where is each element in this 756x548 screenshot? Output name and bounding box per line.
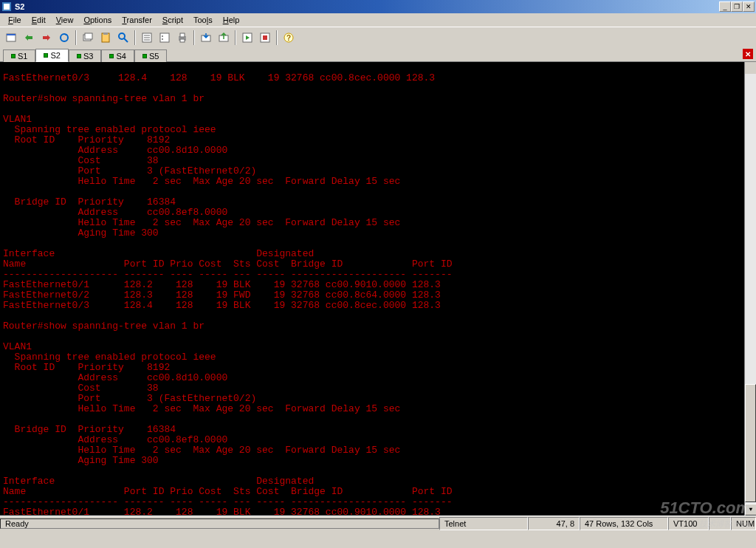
terminal-line: Root ID Priority 8192 bbox=[3, 362, 170, 373]
terminal-line: Router#show spanning-tree vlan 1 br bbox=[3, 321, 205, 332]
status-cursor: 47, 8 bbox=[528, 517, 580, 530]
minimize-button[interactable]: _ bbox=[719, 1, 731, 12]
terminal-line: FastEthernet0/3 128.4 128 19 BLK 19 3276… bbox=[3, 300, 441, 311]
terminal-line: Address cc00.8ef8.0000 bbox=[3, 207, 227, 218]
svg-rect-8 bbox=[103, 32, 108, 35]
terminal-line: Bridge ID Priority 16384 bbox=[3, 424, 176, 435]
scroll-down-icon[interactable]: ▼ bbox=[745, 504, 756, 516]
menu-help[interactable]: Help bbox=[218, 15, 245, 25]
svg-point-9 bbox=[119, 33, 125, 39]
terminal-line: Address cc00.8d10.0000 bbox=[3, 145, 227, 156]
terminal-line: FastEthernet0/1 128.2 128 19 BLK 19 3276… bbox=[3, 279, 441, 290]
terminal-line: -------------------- ------- ---- ----- … bbox=[3, 496, 453, 507]
svg-text:?: ? bbox=[286, 34, 291, 42]
svg-rect-6 bbox=[85, 33, 92, 39]
svg-rect-3 bbox=[7, 34, 16, 35]
svg-rect-20 bbox=[180, 39, 185, 42]
menu-script[interactable]: Script bbox=[157, 15, 188, 25]
new-session-icon[interactable] bbox=[3, 30, 19, 46]
menu-edit[interactable]: Edit bbox=[27, 15, 51, 25]
terminal-line: Hello Time 2 sec Max Age 20 sec Forward … bbox=[3, 445, 400, 456]
toolbar-separator bbox=[235, 30, 236, 45]
properties-icon[interactable] bbox=[139, 30, 155, 46]
script-stop-icon[interactable] bbox=[257, 30, 273, 46]
svg-rect-25 bbox=[263, 35, 267, 40]
status-dot-icon bbox=[109, 54, 114, 58]
tab-s4[interactable]: S4 bbox=[101, 49, 134, 62]
options-icon[interactable] bbox=[157, 30, 173, 46]
svg-line-10 bbox=[124, 38, 128, 42]
connect-icon[interactable] bbox=[21, 30, 37, 46]
terminal-line: FastEthernet0/1 128.2 128 19 BLK 19 3276… bbox=[3, 507, 441, 516]
tab-s2[interactable]: S2 bbox=[35, 49, 68, 62]
status-caps bbox=[709, 517, 731, 530]
scrollbar[interactable]: ▲ ▼ bbox=[744, 62, 756, 516]
status-ready: Ready bbox=[0, 518, 439, 529]
terminal-line: Hello Time 2 sec Max Age 20 sec Forward … bbox=[3, 176, 400, 187]
scroll-thumb[interactable] bbox=[745, 384, 756, 502]
terminal-line: Root ID Priority 8192 bbox=[3, 134, 170, 145]
terminal-line: Aging Time 300 bbox=[3, 455, 159, 466]
xmodem-icon[interactable] bbox=[198, 30, 214, 46]
toolbar-separator bbox=[193, 30, 195, 45]
terminal-line: Name Port ID Prio Cost Sts Cost Bridge I… bbox=[3, 486, 453, 497]
status-dot-icon bbox=[44, 53, 48, 58]
toolbar-separator bbox=[134, 30, 136, 45]
find-icon[interactable] bbox=[115, 30, 131, 46]
terminal-line: Spanning tree enabled protocol ieee bbox=[3, 352, 216, 363]
window-title: S2 bbox=[15, 2, 719, 11]
disconnect-icon[interactable] bbox=[38, 30, 55, 46]
terminal-line: FastEthernet0/2 128.3 128 19 FWD 19 3276… bbox=[3, 290, 441, 301]
reconnect-icon[interactable] bbox=[56, 30, 72, 46]
terminal-line: Aging Time 300 bbox=[3, 227, 159, 239]
svg-rect-19 bbox=[180, 33, 185, 37]
toolbar-separator bbox=[276, 30, 278, 45]
terminal-line: Hello Time 2 sec Max Age 20 sec Forward … bbox=[3, 403, 400, 414]
window-controls: _ ❐ ✕ bbox=[719, 1, 755, 12]
terminal-line: VLAN1 bbox=[3, 114, 32, 125]
tab-new-icon[interactable] bbox=[80, 30, 96, 46]
terminal-line: FastEthernet0/3 128.4 128 19 BLK 19 3276… bbox=[3, 72, 435, 83]
terminal-line: Port 3 (FastEthernet0/2) bbox=[3, 165, 256, 177]
terminal-line: Cost 38 bbox=[3, 383, 159, 394]
svg-point-16 bbox=[162, 35, 163, 37]
toolbar: ? bbox=[0, 27, 756, 47]
tab-label: S2 bbox=[50, 51, 60, 60]
script-run-icon[interactable] bbox=[239, 30, 255, 46]
terminal-line: Address cc00.8d10.0000 bbox=[3, 372, 227, 383]
menu-options[interactable]: Options bbox=[78, 15, 117, 25]
status-terminal-type: VT100 bbox=[668, 517, 709, 530]
menu-transfer[interactable]: Transfer bbox=[117, 15, 157, 25]
statusbar: Ready Telnet 47, 8 47 Rows, 132 Cols VT1… bbox=[0, 516, 756, 530]
close-button[interactable]: ✕ bbox=[743, 1, 755, 12]
terminal-line: Name Port ID Prio Cost Sts Cost Bridge I… bbox=[3, 258, 453, 270]
terminal-line: Bridge ID Priority 16384 bbox=[3, 196, 176, 208]
ymodem-icon[interactable] bbox=[216, 30, 232, 46]
menu-tools[interactable]: Tools bbox=[188, 15, 218, 25]
tab-s3[interactable]: S3 bbox=[69, 49, 101, 62]
terminal-line: Interface Designated bbox=[3, 248, 314, 259]
status-num: NUM bbox=[731, 517, 756, 530]
tab-s5[interactable]: S5 bbox=[134, 49, 167, 62]
scroll-track[interactable] bbox=[745, 74, 756, 504]
tab-s1[interactable]: S1 bbox=[3, 49, 35, 62]
tabbar: S1 S2 S3 S4 S5 ✕ bbox=[0, 47, 756, 62]
svg-point-17 bbox=[162, 38, 163, 40]
menu-view[interactable]: View bbox=[51, 15, 79, 25]
print-icon[interactable] bbox=[174, 30, 190, 46]
tab-close-button[interactable]: ✕ bbox=[743, 49, 753, 59]
titlebar: S2 _ ❐ ✕ bbox=[0, 0, 756, 13]
svg-rect-15 bbox=[160, 33, 169, 42]
terminal[interactable]: FastEthernet0/3 128.4 128 19 BLK 19 3276… bbox=[0, 62, 756, 516]
terminal-line: VLAN1 bbox=[3, 341, 32, 352]
terminal-line: Interface Designated bbox=[3, 476, 314, 487]
tab-label: S5 bbox=[149, 52, 159, 61]
menubar: File Edit View Options Transfer Script T… bbox=[0, 13, 756, 27]
maximize-button[interactable]: ❐ bbox=[731, 1, 743, 12]
svg-rect-1 bbox=[4, 4, 10, 10]
paste-icon[interactable] bbox=[97, 30, 114, 46]
terminal-line: Spanning tree enabled protocol ieee bbox=[3, 124, 216, 135]
menu-file[interactable]: File bbox=[3, 15, 27, 25]
status-dot-icon bbox=[11, 54, 16, 58]
help-icon[interactable]: ? bbox=[281, 30, 297, 46]
